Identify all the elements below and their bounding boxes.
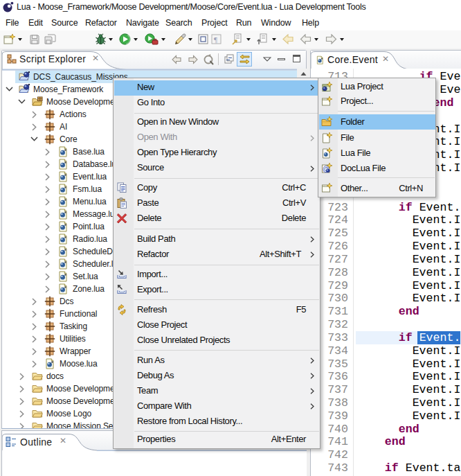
svg-text:¶: ¶	[214, 35, 217, 44]
